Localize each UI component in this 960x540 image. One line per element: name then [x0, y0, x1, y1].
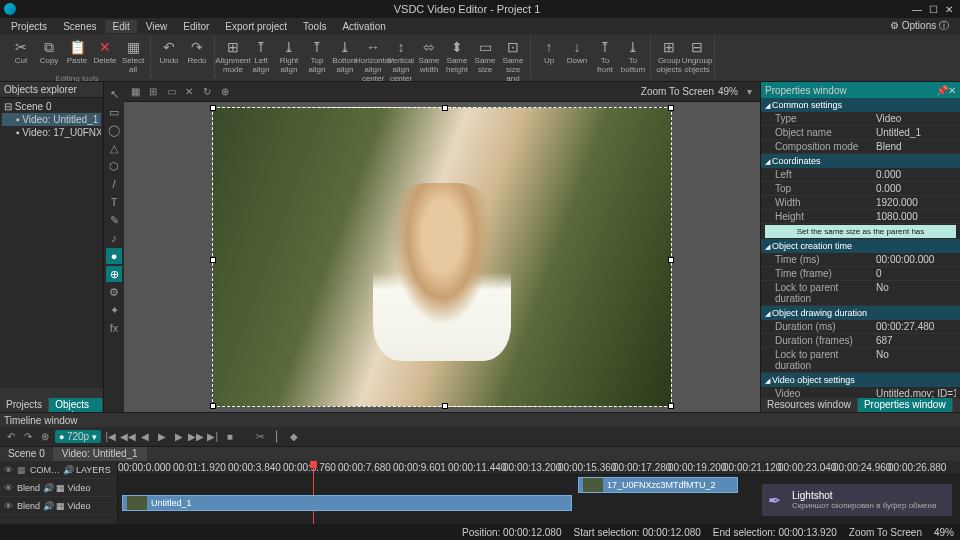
property-row: Duration (ms)00:00:27.480 — [761, 320, 960, 334]
cut-button[interactable]: ✂Cut — [8, 36, 34, 65]
playhead[interactable] — [313, 461, 314, 524]
tool-button[interactable]: ✦ — [106, 302, 122, 318]
group-objects-button[interactable]: ⊞Group objects — [656, 36, 682, 74]
close-icon[interactable]: ✕ — [942, 4, 956, 15]
up-button[interactable]: ↑Up — [536, 36, 562, 65]
tool-button[interactable]: ◯ — [106, 122, 122, 138]
menu-item[interactable]: View — [139, 20, 175, 33]
explorer-tab[interactable]: Projects e… — [0, 398, 49, 412]
tool-button[interactable]: ● — [106, 248, 122, 264]
down-button[interactable]: ↓Down — [564, 36, 590, 65]
menu-item[interactable]: Edit — [105, 20, 136, 33]
tool-icon[interactable]: ▦ — [128, 85, 142, 99]
menu-item[interactable]: Tools — [296, 20, 333, 33]
tree-item[interactable]: ⊟ Scene 0 — [2, 100, 101, 113]
timeline-clip[interactable]: Untitled_1 — [122, 495, 572, 511]
video-frame[interactable] — [212, 107, 672, 407]
tool-icon[interactable]: ⊞ — [146, 85, 160, 99]
play-end-icon[interactable]: ▶| — [206, 430, 220, 444]
menu-item[interactable]: Scenes — [56, 20, 103, 33]
maximize-icon[interactable]: ☐ — [926, 4, 940, 15]
top-align-button[interactable]: ⤒Top align — [304, 36, 330, 74]
to-front-button[interactable]: ⤒To front — [592, 36, 618, 74]
timeline-tab[interactable]: Video: Untitled_1 — [54, 447, 147, 461]
tree-item[interactable]: ▪ Video: 17_U0FNXzc3MTdf — [2, 126, 101, 139]
tl-tool-icon[interactable]: ⊕ — [38, 430, 52, 444]
tool-button[interactable]: / — [106, 176, 122, 192]
marker-icon[interactable]: ◆ — [287, 430, 301, 444]
tool-button[interactable]: ✎ — [106, 212, 122, 228]
options-menu[interactable]: ⚙ Options ⓘ — [883, 18, 956, 34]
ungroup-objects-button[interactable]: ⊟Ungroup objects — [684, 36, 710, 74]
zoom-pct[interactable]: 49% — [718, 86, 738, 97]
left-align-button[interactable]: ⤒Left align — [248, 36, 274, 74]
play-start-icon[interactable]: |◀ — [104, 430, 118, 444]
play-icon[interactable]: ▶ — [155, 430, 169, 444]
paste-button[interactable]: 📋Paste — [64, 36, 90, 65]
tool-icon[interactable]: ✕ — [182, 85, 196, 99]
resolution-badge[interactable]: ● 720p ▾ — [55, 430, 101, 443]
tool-button[interactable]: ↖ — [106, 86, 122, 102]
rewind-icon[interactable]: ◀◀ — [121, 430, 135, 444]
property-section[interactable]: Object drawing duration — [761, 306, 960, 320]
menu-item[interactable]: Export project — [218, 20, 294, 33]
right-align-button[interactable]: ⤓Right align — [276, 36, 302, 74]
ffwd-icon[interactable]: ▶▶ — [189, 430, 203, 444]
props-tab[interactable]: Properties window — [858, 398, 953, 412]
tool-icon[interactable]: ▭ — [164, 85, 178, 99]
explorer-tab[interactable]: Objects explorer — [49, 398, 103, 412]
tool-button[interactable]: T — [106, 194, 122, 210]
tl-tool-icon[interactable]: ↶ — [4, 430, 18, 444]
same-size-button[interactable]: ▭Same size — [472, 36, 498, 74]
close-panel-icon[interactable]: ✕ — [948, 85, 956, 96]
to-bottom-button[interactable]: ⤓To bottom — [620, 36, 646, 74]
tool-button[interactable]: ⬡ — [106, 158, 122, 174]
props-tab[interactable]: Resources window — [761, 398, 858, 412]
next-frame-icon[interactable]: ▶ — [172, 430, 186, 444]
track-header[interactable]: 👁 Blend 🔊 ▦ Video — [0, 479, 117, 497]
delete-button[interactable]: ✕Delete — [92, 36, 118, 65]
property-section[interactable]: Video object settings — [761, 373, 960, 387]
property-action[interactable]: Set the same size as the parent has — [765, 225, 956, 238]
tool-button[interactable]: ♪ — [106, 230, 122, 246]
horizontal-align-center-button[interactable]: ↔Horizontal align center — [360, 36, 386, 83]
same-width-button[interactable]: ⬄Same width — [416, 36, 442, 74]
zoom-dropdown-icon[interactable]: ▾ — [742, 85, 756, 99]
property-section[interactable]: Coordinates — [761, 154, 960, 168]
timeline-clip[interactable]: 17_U0FNXzc3MTdfMTU_2 — [578, 477, 738, 493]
tool-button[interactable]: ⊕ — [106, 266, 122, 282]
menu-item[interactable]: Projects — [4, 20, 54, 33]
minimize-icon[interactable]: — — [910, 4, 924, 15]
notification-toast[interactable]: ✒ Lightshot Скриншот скопирован в буфер … — [762, 484, 952, 516]
select-all-button[interactable]: ▦Select all — [120, 36, 146, 74]
redo-button[interactable]: ↷Redo — [184, 36, 210, 65]
copy-button[interactable]: ⧉Copy — [36, 36, 62, 65]
split-icon[interactable]: ⎮ — [270, 430, 284, 444]
preview-viewport[interactable] — [124, 102, 760, 412]
tree-item[interactable]: ▪ Video: Untitled_1 — [2, 113, 101, 126]
pin-icon[interactable]: 📌 — [936, 85, 948, 96]
status-start: Start selection: 00:00:12.080 — [574, 527, 701, 538]
timeline-tab[interactable]: Scene 0 — [0, 447, 54, 461]
vertical-align-center-button[interactable]: ↕Vertical align center — [388, 36, 414, 83]
undo-button[interactable]: ↶Undo — [156, 36, 182, 65]
tool-button[interactable]: fx — [106, 320, 122, 336]
tool-icon[interactable]: ⊕ — [218, 85, 232, 99]
menu-item[interactable]: Editor — [176, 20, 216, 33]
stop-icon[interactable]: ■ — [223, 430, 237, 444]
zoom-label[interactable]: Zoom To Screen — [641, 86, 714, 97]
tl-tool-icon[interactable]: ↷ — [21, 430, 35, 444]
prev-frame-icon[interactable]: ◀ — [138, 430, 152, 444]
timeline-header: Timeline window — [0, 413, 960, 427]
tool-button[interactable]: ⚙ — [106, 284, 122, 300]
cut-icon[interactable]: ✂ — [253, 430, 267, 444]
property-section[interactable]: Object creation time — [761, 239, 960, 253]
menu-item[interactable]: Activation — [335, 20, 392, 33]
property-section[interactable]: Common settings — [761, 98, 960, 112]
tool-icon[interactable]: ↻ — [200, 85, 214, 99]
tool-button[interactable]: △ — [106, 140, 122, 156]
same-height-button[interactable]: ⬍Same height — [444, 36, 470, 74]
alignment-mode-button[interactable]: ⊞Alignment mode — [220, 36, 246, 74]
tool-button[interactable]: ▭ — [106, 104, 122, 120]
track-header[interactable]: 👁 Blend 🔊 ▦ Video — [0, 497, 117, 515]
